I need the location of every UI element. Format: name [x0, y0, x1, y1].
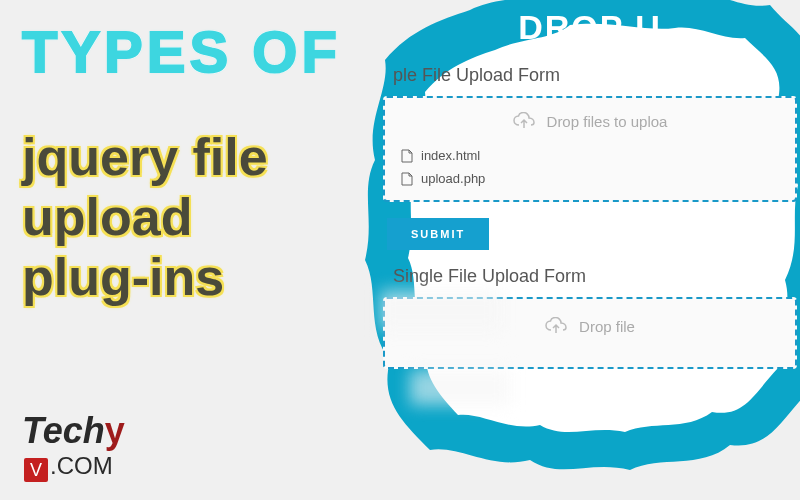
cloud-upload-icon: [513, 112, 537, 130]
file-icon: [401, 149, 413, 163]
submit-button[interactable]: SUBMIT: [387, 218, 489, 250]
subtitle-line-2: upload: [22, 190, 192, 245]
drop-hint-text: Drop files to uploa: [547, 113, 668, 130]
file-icon: [401, 172, 413, 186]
multiple-drop-zone[interactable]: Drop files to uploa index.html upload.ph…: [383, 96, 797, 202]
file-name: upload.php: [421, 171, 485, 186]
logo-y: y: [105, 410, 125, 451]
subtitle-line-1: jquery file: [22, 130, 268, 185]
splash-container: DROP U ple File Upload Form Drop files t…: [280, 0, 800, 500]
file-row: index.html: [399, 144, 781, 167]
cloud-upload-icon: [545, 317, 569, 335]
blur-patch: [410, 370, 510, 405]
file-name: index.html: [421, 148, 480, 163]
drop-hint-row: Drop files to uploa: [399, 112, 781, 130]
single-upload-title: Single File Upload Form: [393, 266, 800, 287]
logo-v: V: [24, 458, 48, 482]
single-drop-hint-text: Drop file: [579, 318, 635, 335]
multiple-upload-title: ple File Upload Form: [393, 65, 800, 86]
file-row: upload.php: [399, 167, 781, 190]
headline-types-text: TYPES: [22, 19, 232, 84]
subtitle-line-3: plug-ins: [22, 250, 224, 305]
logo-techy: Tech: [22, 410, 105, 451]
drop-header: DROP U: [375, 8, 800, 47]
blur-patch: [380, 290, 500, 330]
logo-com: .COM: [50, 452, 113, 479]
logo: Techy V.COM: [22, 410, 125, 482]
